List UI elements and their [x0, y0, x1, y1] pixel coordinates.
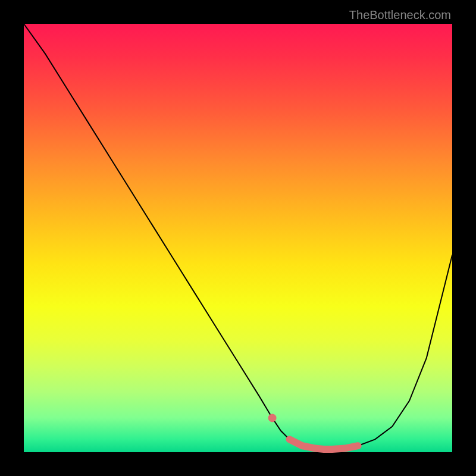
curve-svg	[24, 24, 452, 452]
bottleneck-highlight-dot	[268, 414, 277, 422]
attribution-text: TheBottleneck.com	[349, 8, 451, 22]
bottleneck-curve	[24, 24, 452, 449]
plot-area	[24, 24, 452, 452]
bottleneck-highlight	[289, 439, 358, 449]
chart-container: TheBottleneck.com	[0, 0, 476, 476]
